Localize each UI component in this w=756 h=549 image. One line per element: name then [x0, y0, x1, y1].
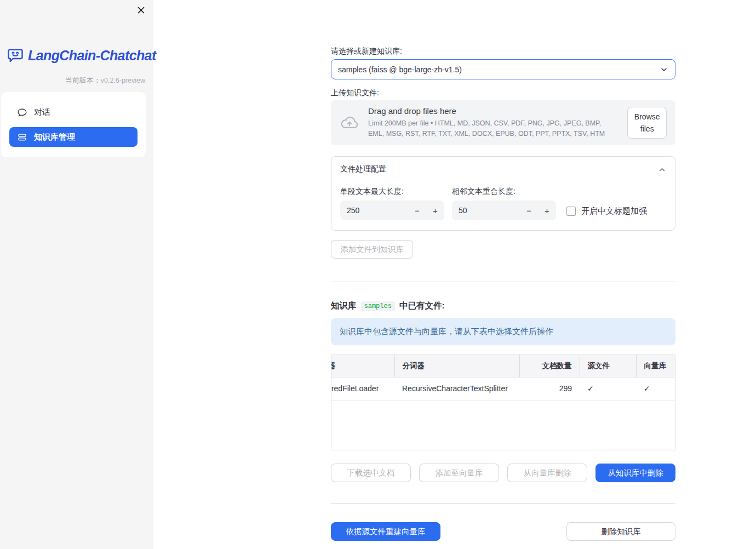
version-info: 当前版本：v0.2.6-preview: [65, 76, 145, 85]
version-label: 当前版本：: [65, 76, 101, 84]
kb-select-label: 请选择或新建知识库:: [331, 46, 675, 56]
zh-title-enhance-checkbox[interactable]: 开启中文标题加强: [566, 206, 647, 216]
table-header-row: 文档加载器 分词器 文档数量 源文件 向量库: [331, 355, 675, 377]
sidebar-menu: 对话 知识库管理: [1, 92, 146, 157]
chevron-down-icon: [660, 65, 668, 74]
sidebar-item-label: 对话: [34, 107, 50, 118]
delete-from-vector-store-button[interactable]: 从向量库删除: [507, 464, 587, 482]
overlap-size-input[interactable]: 50 − +: [452, 201, 556, 220]
cloud-upload-icon: [340, 115, 359, 131]
knowledge-base-icon: [17, 133, 27, 142]
chevron-up-icon: [658, 165, 666, 174]
chunk-size-label: 单段文本最大长度:: [340, 186, 444, 196]
chat-icon: [17, 108, 27, 117]
col-header-source-file[interactable]: 源文件: [580, 355, 636, 377]
download-selected-button[interactable]: 下载选中文档: [331, 464, 411, 482]
cell-vector-store-check[interactable]: ✓: [636, 377, 675, 400]
overlap-size-group: 相邻文本重合长度: 50 − +: [452, 186, 556, 220]
add-to-vector-store-button[interactable]: 添加至向量库: [419, 464, 499, 482]
browse-files-button[interactable]: Browse files: [627, 107, 667, 139]
file-config-expander: 文件处理配置 单段文本最大长度: 250 − + 相邻文本重合长度: 50 − …: [331, 156, 675, 231]
divider: [331, 282, 675, 282]
overlap-size-value: 50: [459, 206, 467, 215]
dropzone-limits: Limit 200MB per file • HTML, MD, JSON, C…: [368, 118, 618, 140]
chunk-size-value: 250: [347, 206, 359, 215]
file-config-title: 文件处理配置: [340, 164, 386, 174]
zh-title-enhance-label: 开启中文标题加强: [581, 206, 647, 216]
chunk-size-input[interactable]: 250 − +: [340, 201, 444, 220]
kb-heading-suffix: 中已有文件:: [399, 300, 445, 312]
file-config-expander-header[interactable]: 文件处理配置: [340, 164, 666, 174]
main-content: 请选择或新建知识库: samples (faiss @ bge-large-zh…: [331, 0, 675, 541]
sidebar: LangChain-Chatchat 当前版本：v0.2.6-preview 对…: [0, 0, 153, 549]
col-header-splitter[interactable]: 分词器: [394, 355, 519, 377]
sidebar-item-knowledge-base[interactable]: 知识库管理: [9, 127, 138, 147]
info-alert-text: 知识库中包含源文件与向量库，请从下表中选择文件后操作: [340, 327, 553, 337]
cell-doc-count[interactable]: 299: [519, 377, 580, 400]
app-logo: LangChain-Chatchat: [7, 47, 146, 64]
chunk-size-decrement-button[interactable]: −: [408, 201, 426, 220]
file-dropzone[interactable]: Drag and drop files here Limit 200MB per…: [331, 100, 675, 145]
sidebar-item-label: 知识库管理: [34, 132, 75, 142]
divider: [331, 503, 675, 504]
kb-select-value: samples (faiss @ bge-large-zh-v1.5): [338, 65, 462, 74]
kb-name-code: samples: [361, 301, 395, 311]
kb-heading-prefix: 知识库: [331, 300, 357, 312]
dropzone-texts: Drag and drop files here Limit 200MB per…: [368, 106, 618, 140]
cell-loader[interactable]: UnstructuredFileLoader: [331, 377, 394, 400]
upload-label: 上传知识文件:: [331, 88, 675, 98]
file-config-body: 单段文本最大长度: 250 − + 相邻文本重合长度: 50 − + 开启中文标…: [340, 186, 666, 220]
chunk-size-group: 单段文本最大长度: 250 − +: [340, 186, 444, 220]
delete-from-kb-button[interactable]: 从知识库中删除: [595, 464, 675, 482]
col-header-loader[interactable]: 文档加载器: [331, 355, 394, 377]
overlap-size-increment-button[interactable]: +: [538, 201, 556, 220]
kb-files-table[interactable]: 文档加载器 分词器 文档数量 源文件 向量库 UnstructuredFileL…: [331, 354, 675, 450]
chunk-size-increment-button[interactable]: +: [426, 201, 444, 220]
col-header-vector-store[interactable]: 向量库: [636, 355, 675, 377]
file-actions-row: 下载选中文档 添加至向量库 从向量库删除 从知识库中删除: [331, 464, 675, 482]
dropzone-title: Drag and drop files here: [368, 106, 618, 116]
sidebar-item-dialogue[interactable]: 对话: [9, 102, 138, 122]
kb-management-row: 依据源文件重建向量库 删除知识库: [331, 522, 675, 541]
sidebar-close-button[interactable]: [136, 5, 146, 15]
cell-splitter[interactable]: RecursiveCharacterTextSplitter: [394, 377, 519, 400]
rebuild-vector-store-button[interactable]: 依据源文件重建向量库: [331, 522, 440, 541]
checkbox-icon: [566, 207, 576, 216]
overlap-size-decrement-button[interactable]: −: [520, 201, 538, 220]
kb-select[interactable]: samples (faiss @ bge-large-zh-v1.5): [331, 59, 675, 79]
chat-bubble-logo-icon: [7, 47, 24, 64]
close-icon: [137, 6, 145, 14]
info-alert: 知识库中包含源文件与向量库，请从下表中选择文件后操作: [331, 318, 675, 345]
add-files-to-kb-button[interactable]: 添加文件到知识库: [331, 240, 413, 259]
delete-kb-database-button[interactable]: 删除知识库: [566, 522, 675, 541]
app-title: LangChain-Chatchat: [28, 48, 156, 64]
cell-source-file-check[interactable]: ✓: [580, 377, 636, 400]
col-header-doc-count[interactable]: 文档数量: [519, 355, 580, 377]
overlap-size-label: 相邻文本重合长度:: [452, 186, 556, 196]
table-row[interactable]: UnstructuredFileLoader RecursiveCharacte…: [331, 377, 675, 400]
version-value: v0.2.6-preview: [101, 77, 145, 84]
kb-files-heading: 知识库 samples 中已有文件:: [331, 300, 675, 312]
